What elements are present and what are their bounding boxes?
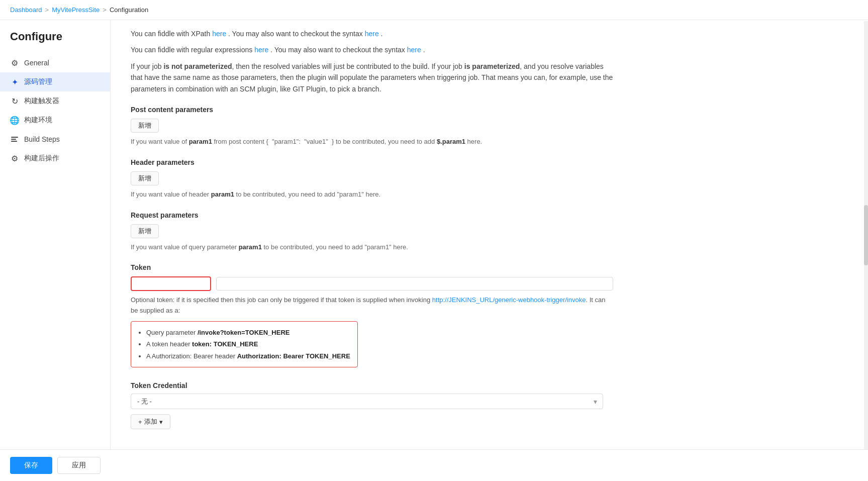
sidebar-item-label: 构建触发器 — [24, 97, 59, 106]
add-credential-arrow-icon: ▾ — [159, 418, 163, 426]
header-help: If you want value of header param1 to be… — [131, 189, 613, 200]
request-label: Request parameters — [131, 211, 613, 219]
breadcrumb-dashboard[interactable]: Dashboard — [10, 6, 42, 14]
sidebar-item-source[interactable]: ✦ 源码管理 — [0, 72, 110, 91]
source-icon: ✦ — [10, 77, 19, 86]
trigger-icon: ↻ — [10, 97, 19, 106]
sidebar-item-triggers[interactable]: ↻ 构建触发器 — [0, 91, 110, 111]
xpath-intro: You can fiddle with XPath here . You may… — [131, 28, 613, 39]
regex-intro: You can fiddle with regular expressions … — [131, 44, 613, 55]
param-note: If your job is not parameterized, then t… — [131, 61, 613, 94]
footer-bar: 保存 应用 — [0, 449, 868, 480]
scrollbar-track — [864, 21, 868, 480]
post-build-icon: ⚙ — [10, 154, 19, 163]
sidebar-item-post-build[interactable]: ⚙ 构建后操作 — [0, 149, 110, 168]
add-request-button[interactable]: 新增 — [131, 224, 159, 238]
sidebar-item-label: 构建后操作 — [24, 154, 59, 163]
token-list-item-query: Query parameter /invoke?token=TOKEN_HERE — [146, 327, 350, 338]
post-content-label: Post content parameters — [131, 106, 613, 114]
svg-rect-1 — [11, 139, 16, 140]
xpath-link-2[interactable]: here — [365, 30, 379, 38]
credential-select-wrap: - 无 - ▾ — [131, 394, 603, 409]
plus-icon: + — [138, 418, 142, 426]
jenkins-url-link[interactable]: http://JENKINS_URL/generic-webhook-trigg… — [432, 296, 586, 304]
header-label: Header parameters — [131, 158, 613, 166]
xpath-link-1[interactable]: here — [212, 30, 226, 38]
save-button[interactable]: 保存 — [10, 457, 52, 474]
token-list-item-bearer: A Authorization: Bearer header Authoriza… — [146, 350, 350, 362]
add-credential-label: 添加 — [144, 417, 157, 426]
content-section: You can fiddle with XPath here . You may… — [131, 28, 613, 469]
token-list: Query parameter /invoke?token=TOKEN_HERE… — [131, 321, 358, 367]
sidebar-item-label: Build Steps — [24, 135, 60, 143]
token-input[interactable] — [131, 276, 211, 291]
scrollbar-thumb[interactable] — [864, 205, 868, 265]
build-steps-icon — [10, 135, 19, 144]
apply-button[interactable]: 应用 — [57, 457, 101, 474]
main-content: You can fiddle with XPath here . You may… — [111, 20, 868, 480]
breadcrumb-sep-2: > — [103, 6, 107, 14]
sidebar-item-label: 构建环境 — [24, 116, 52, 125]
token-full-input[interactable] — [216, 277, 613, 291]
regex-link-1[interactable]: here — [254, 46, 268, 54]
breadcrumb-site[interactable]: MyVitePressSite — [52, 6, 100, 14]
sidebar-item-label: General — [24, 59, 49, 67]
credential-select[interactable]: - 无 - — [131, 394, 603, 409]
regex-link-2[interactable]: here — [407, 46, 421, 54]
token-list-item-header: A token header token: TOKEN_HERE — [146, 338, 350, 350]
request-help: If you want value of query parameter par… — [131, 242, 613, 253]
env-icon: 🌐 — [10, 116, 19, 125]
gear-icon: ⚙ — [10, 58, 19, 67]
credential-label: Token Credential — [131, 381, 613, 390]
token-note: Optional token: if it is specified then … — [131, 295, 613, 316]
token-label: Token — [131, 263, 613, 271]
add-post-button[interactable]: 新增 — [131, 119, 159, 133]
post-help: If you want value of param1 from post co… — [131, 137, 613, 147]
token-row — [131, 276, 613, 291]
add-header-button[interactable]: 新增 — [131, 171, 159, 185]
svg-rect-2 — [11, 141, 17, 142]
breadcrumb: Dashboard > MyVitePressSite > Configurat… — [0, 0, 868, 20]
sidebar-item-build-steps[interactable]: Build Steps — [0, 130, 110, 149]
sidebar-item-label: 源码管理 — [24, 77, 52, 86]
sidebar: Configure ⚙ General ✦ 源码管理 ↻ 构建触发器 🌐 构建环… — [0, 20, 111, 480]
breadcrumb-sep-1: > — [45, 6, 49, 14]
svg-rect-0 — [11, 137, 18, 138]
add-credential-button[interactable]: + 添加 ▾ — [131, 414, 170, 429]
sidebar-item-env[interactable]: 🌐 构建环境 — [0, 111, 110, 130]
sidebar-item-general[interactable]: ⚙ General — [0, 53, 110, 72]
breadcrumb-current: Configuration — [110, 6, 148, 14]
sidebar-title: Configure — [0, 30, 110, 53]
